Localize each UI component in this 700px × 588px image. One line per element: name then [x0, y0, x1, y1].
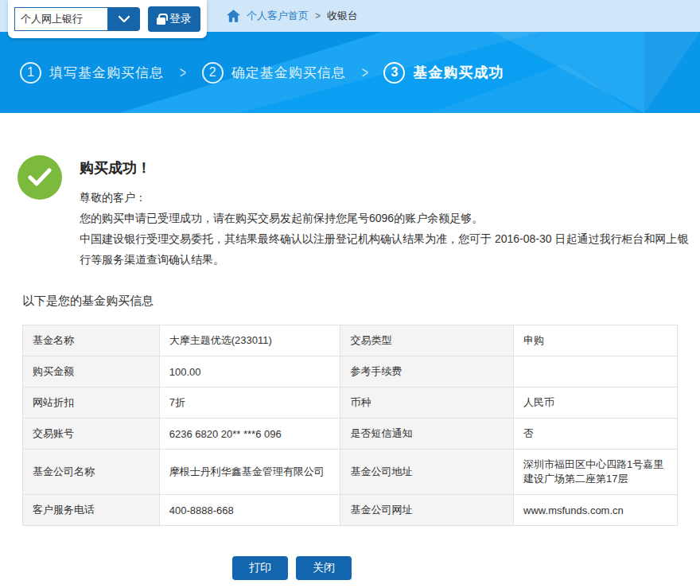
reference-fee-value	[514, 356, 678, 387]
step-2-label: 确定基金购买信息	[231, 64, 346, 82]
purchase-info-table: 基金名称 大摩主题优选(233011) 交易类型 申购 购买金额 100.00 …	[22, 325, 678, 526]
service-phone-value: 400-8888-668	[159, 495, 340, 526]
result-message: 尊敬的客户： 您的购买申请已受理成功，请在购买交易发起前保持您尾号6096的账户…	[80, 187, 692, 270]
step-3-label: 基金购买成功	[413, 63, 504, 82]
company-site-label: 基金公司网址	[340, 495, 514, 526]
breadcrumb-separator: >	[315, 10, 321, 21]
fund-name-label: 基金名称	[23, 325, 160, 356]
site-discount-label: 网站折扣	[23, 387, 160, 419]
breadcrumb-home-link[interactable]: 个人客户首页	[247, 9, 309, 23]
trade-type-label: 交易类型	[340, 325, 514, 356]
trade-type-value: 申购	[514, 325, 678, 356]
table-row: 客户服务电话 400-8888-668 基金公司网址 www.msfunds.c…	[23, 495, 678, 526]
lock-icon	[157, 18, 165, 25]
chevron-down-icon	[119, 12, 130, 26]
step-2-number: 2	[202, 62, 224, 84]
topbar: 个人网上银行 登录 个人客户首页 > 收银台	[0, 0, 700, 32]
account-type-value[interactable]: 个人网上银行	[14, 7, 108, 31]
fund-name-value: 大摩主题优选(233011)	[159, 325, 340, 356]
result-greeting: 尊敬的客户：	[80, 187, 692, 208]
step-arrow-icon: >	[180, 64, 186, 82]
reference-fee-label: 参考手续费	[340, 356, 514, 387]
table-row: 网站折扣 7折 币种 人民币	[23, 387, 678, 419]
login-button-label: 登录	[169, 12, 192, 26]
step-1-fill-info: 1 填写基金购买信息	[20, 62, 164, 84]
purchase-amount-value: 100.00	[159, 356, 340, 387]
progress-banner: 1 填写基金购买信息 > 2 确定基金购买信息 > 3 基金购买成功	[0, 32, 700, 113]
table-row: 基金名称 大摩主题优选(233011) 交易类型 申购	[23, 325, 678, 356]
result-section: 购买成功！ 尊敬的客户： 您的购买申请已受理成功，请在购买交易发起前保持您尾号6…	[0, 113, 700, 270]
sms-notify-value: 否	[514, 419, 678, 450]
sms-notify-label: 是否短信通知	[340, 419, 514, 450]
info-section-title: 以下是您的基金购买信息	[22, 294, 700, 309]
result-title: 购买成功！	[80, 155, 700, 177]
table-row: 基金公司名称 摩根士丹利华鑫基金管理有限公司 基金公司地址 深圳市福田区中心四路…	[23, 450, 678, 495]
step-arrow-icon: >	[361, 64, 368, 82]
progress-steps: 1 填写基金购买信息 > 2 确定基金购买信息 > 3 基金购买成功	[20, 32, 504, 113]
company-addr-value: 深圳市福田区中心四路1号嘉里建设广场第二座第17层	[514, 450, 678, 495]
login-button[interactable]: 登录	[148, 6, 200, 32]
step-1-label: 填写基金购买信息	[49, 64, 164, 82]
step-1-number: 1	[20, 62, 41, 84]
purchase-amount-label: 购买金额	[23, 356, 160, 387]
home-icon[interactable]	[227, 10, 240, 22]
company-addr-label: 基金公司地址	[340, 450, 514, 495]
step-3-success: 3 基金购买成功	[383, 62, 504, 84]
result-line-2: 中国建设银行受理交易委托，其结果最终确认以注册登记机构确认结果为准，您可于 20…	[80, 228, 692, 270]
account-type-select[interactable]: 个人网上银行	[14, 7, 140, 31]
currency-value: 人民币	[514, 387, 678, 419]
service-phone-label: 客户服务电话	[23, 495, 160, 526]
breadcrumb: 个人客户首页 > 收银台	[227, 0, 358, 32]
trade-account-value: 6236 6820 20** ***6 096	[159, 419, 340, 450]
result-line-1: 您的购买申请已受理成功，请在购买交易发起前保持您尾号6096的账户余额足够。	[80, 208, 692, 228]
trade-account-label: 交易账号	[23, 419, 160, 450]
step-3-number: 3	[383, 62, 405, 84]
login-card: 个人网上银行 登录	[8, 0, 207, 38]
breadcrumb-current: 收银台	[327, 9, 358, 23]
print-button[interactable]: 打印	[232, 556, 288, 580]
currency-label: 币种	[340, 387, 514, 419]
fund-company-label: 基金公司名称	[23, 450, 160, 495]
success-check-icon	[18, 155, 62, 200]
action-buttons: 打印 关闭	[0, 556, 700, 580]
fund-company-value: 摩根士丹利华鑫基金管理有限公司	[159, 450, 340, 495]
table-row: 购买金额 100.00 参考手续费	[23, 356, 678, 387]
close-button[interactable]: 关闭	[296, 556, 352, 580]
site-discount-value: 7折	[159, 387, 340, 419]
step-2-confirm-info: 2 确定基金购买信息	[202, 62, 346, 84]
company-site-value: www.msfunds.com.cn	[514, 495, 678, 526]
table-row: 交易账号 6236 6820 20** ***6 096 是否短信通知 否	[23, 419, 678, 450]
select-dropdown-button[interactable]	[108, 7, 140, 31]
